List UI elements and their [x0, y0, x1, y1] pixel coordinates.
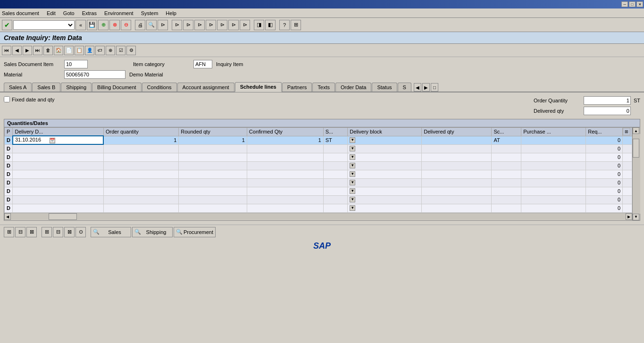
- tab-sales-b[interactable]: Sales B: [32, 83, 60, 92]
- toolbar-btn-d[interactable]: ⊳: [206, 20, 216, 30]
- nav-next-button[interactable]: ▶: [23, 46, 32, 55]
- cell-delivery-block-6[interactable]: ▼: [348, 187, 422, 195]
- print-button[interactable]: 🖨: [135, 20, 145, 30]
- cell-date-0[interactable]: 📅: [13, 136, 103, 144]
- table-row[interactable]: D ▼ 0: [5, 178, 632, 187]
- save-button[interactable]: 💾: [87, 20, 97, 30]
- dropdown-arrow-3[interactable]: ▼: [350, 163, 355, 168]
- hscroll-thumb[interactable]: [49, 213, 77, 220]
- toolbar-btn-e[interactable]: ⊳: [217, 20, 227, 30]
- shipping-button[interactable]: 🔍 Shipping: [132, 227, 173, 237]
- sales-button[interactable]: 🔍 Sales: [91, 227, 131, 237]
- check-button[interactable]: ✔: [2, 20, 12, 30]
- cell-delivery-block-5[interactable]: ▼: [348, 178, 422, 187]
- maximize-button[interactable]: □: [629, 1, 636, 7]
- close-button[interactable]: ✕: [636, 1, 643, 7]
- material-input[interactable]: [64, 70, 125, 79]
- delivered-qty-input[interactable]: [584, 107, 631, 115]
- tab-resize[interactable]: □: [431, 83, 438, 92]
- dropdown-arrow-4[interactable]: ▼: [350, 171, 355, 177]
- tab-status[interactable]: Status: [372, 83, 397, 92]
- bottom-icon-2[interactable]: ⊟: [15, 227, 25, 237]
- dropdown-arrow-0[interactable]: ▼: [350, 137, 355, 143]
- cell-delivery-block-1[interactable]: ▼: [348, 144, 422, 153]
- nav-first-button[interactable]: ⏮: [2, 46, 11, 55]
- hscroll-left-btn[interactable]: ◀: [4, 213, 11, 220]
- toolbar-btn-b[interactable]: ⊳: [183, 20, 193, 30]
- check2-button[interactable]: ☑: [116, 46, 125, 55]
- status-button[interactable]: ⊞: [291, 20, 301, 30]
- calendar-icon-0[interactable]: 📅: [50, 138, 55, 143]
- dropdown-arrow-1[interactable]: ▼: [350, 146, 355, 151]
- dropdown-arrow-7[interactable]: ▼: [350, 197, 355, 202]
- dropdown-arrow-6[interactable]: ▼: [350, 188, 355, 194]
- help-button[interactable]: ?: [279, 20, 290, 30]
- menu-environment[interactable]: Environment: [104, 10, 134, 16]
- cell-delivery-block-4[interactable]: ▼: [348, 170, 422, 178]
- menu-edit[interactable]: Edit: [47, 10, 56, 16]
- date-input-0[interactable]: [15, 137, 48, 142]
- vscroll-thumb[interactable]: [633, 139, 639, 158]
- bottom-icon-7[interactable]: ⊙: [75, 227, 86, 237]
- delete-button[interactable]: 🗑: [43, 46, 53, 55]
- menu-sales-document[interactable]: Sales document: [2, 10, 39, 16]
- settings-button[interactable]: ⚙: [126, 46, 136, 55]
- vscroll-up-btn[interactable]: ▲: [633, 127, 639, 134]
- tab-scroll-left[interactable]: ◀: [414, 83, 421, 92]
- cancel-button[interactable]: ⊗: [109, 20, 120, 30]
- tab-partners[interactable]: Partners: [282, 83, 312, 92]
- table-row[interactable]: D ▼ 0: [5, 161, 632, 170]
- vscroll-down-btn[interactable]: ▼: [633, 214, 639, 220]
- fixed-date-checkbox[interactable]: [4, 96, 10, 102]
- order-qty-input[interactable]: [584, 96, 631, 105]
- col-header-settings[interactable]: ⊞: [623, 128, 632, 136]
- vscroll-track[interactable]: [633, 134, 640, 214]
- new-item-button[interactable]: 📄: [64, 46, 74, 55]
- table-row[interactable]: D ▼ 0: [5, 170, 632, 178]
- table-row[interactable]: D ▼ 0: [5, 153, 632, 161]
- item-category-input[interactable]: [193, 60, 212, 68]
- back-nav-button[interactable]: «: [75, 20, 86, 30]
- tab-sales-a[interactable]: Sales A: [4, 83, 32, 92]
- extras-btn[interactable]: ⊕: [106, 46, 115, 55]
- grid-settings-icon[interactable]: ⊞: [623, 128, 630, 135]
- cell-delivery-block-0[interactable]: ▼: [348, 136, 422, 144]
- bottom-icon-6[interactable]: ⊠: [64, 227, 75, 237]
- dropdown-arrow-8[interactable]: ▼: [350, 205, 355, 211]
- tab-s[interactable]: S: [398, 83, 411, 92]
- nav-last-button[interactable]: ⏭: [33, 46, 42, 55]
- hscroll-right-btn[interactable]: ▶: [626, 213, 632, 220]
- nav-prev-button[interactable]: ◀: [12, 46, 22, 55]
- tab-shipping[interactable]: Shipping: [61, 83, 92, 92]
- menu-system[interactable]: System: [141, 10, 159, 16]
- cell-delivery-block-3[interactable]: ▼: [348, 161, 422, 170]
- tab-order-data[interactable]: Order Data: [335, 83, 371, 92]
- cell-delivery-block-7[interactable]: ▼: [348, 195, 422, 204]
- dropdown-arrow-2[interactable]: ▼: [350, 154, 355, 160]
- dropdown-arrow-5[interactable]: ▼: [350, 180, 355, 185]
- cell-delivery-block-8[interactable]: ▼: [348, 204, 422, 212]
- find-button[interactable]: 🔍: [146, 20, 157, 30]
- toolbar-btn-g[interactable]: ⊳: [240, 20, 250, 30]
- table-row[interactable]: D ▼ 0: [5, 204, 632, 212]
- menu-extras[interactable]: Extras: [82, 10, 97, 16]
- table-row[interactable]: D 📅 1 1 1 ST ▼: [5, 136, 632, 144]
- menu-goto[interactable]: Goto: [63, 10, 75, 16]
- bottom-icon-5[interactable]: ⊟: [53, 227, 63, 237]
- toolbar-btn-h[interactable]: ◨: [254, 20, 264, 30]
- tab-texts[interactable]: Texts: [312, 83, 335, 92]
- table-row[interactable]: D ▼ 0: [5, 187, 632, 195]
- cell-delivery-block-2[interactable]: ▼: [348, 153, 422, 161]
- tab-scroll-right[interactable]: ▶: [422, 83, 430, 92]
- tag-button[interactable]: 🏷: [95, 46, 105, 55]
- command-field[interactable]: [13, 20, 75, 30]
- toolbar-btn-i[interactable]: ◧: [265, 20, 276, 30]
- tab-account-assignment[interactable]: Account assignment: [177, 83, 234, 92]
- toolbar-btn-c[interactable]: ⊳: [194, 20, 205, 30]
- table-row[interactable]: D ▼ 0: [5, 144, 632, 153]
- toolbar-btn-f[interactable]: ⊳: [228, 20, 239, 30]
- person-button[interactable]: 👤: [85, 46, 94, 55]
- minimize-button[interactable]: ─: [621, 1, 628, 7]
- find-next-button[interactable]: ⊳: [158, 20, 168, 30]
- procurement-button[interactable]: 🔍 Procurement: [174, 227, 216, 237]
